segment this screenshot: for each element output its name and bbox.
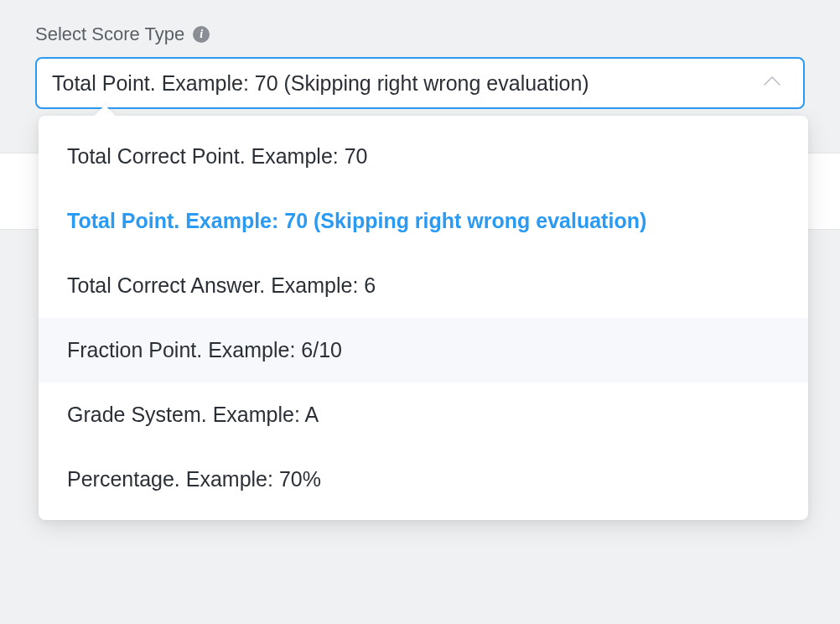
field-label: Select Score Type: [35, 23, 184, 45]
option-total-point-skipping[interactable]: Total Point. Example: 70 (Skipping right…: [39, 189, 808, 253]
option-total-correct-point[interactable]: Total Correct Point. Example: 70: [39, 124, 808, 189]
score-type-dropdown: Total Correct Point. Example: 70 Total P…: [39, 116, 808, 520]
chevron-up-icon: [763, 75, 781, 91]
field-label-row: Select Score Type i: [35, 23, 805, 45]
score-type-select[interactable]: Total Point. Example: 70 (Skipping right…: [35, 57, 805, 109]
option-percentage[interactable]: Percentage. Example: 70%: [39, 447, 808, 512]
info-icon[interactable]: i: [193, 26, 210, 43]
score-type-field: Select Score Type i Total Point. Example…: [0, 0, 840, 109]
option-fraction-point[interactable]: Fraction Point. Example: 6/10: [39, 318, 808, 382]
select-selected-value: Total Point. Example: 70 (Skipping right…: [52, 71, 589, 96]
option-total-correct-answer[interactable]: Total Correct Answer. Example: 6: [39, 253, 808, 318]
option-grade-system[interactable]: Grade System. Example: A: [39, 382, 808, 447]
